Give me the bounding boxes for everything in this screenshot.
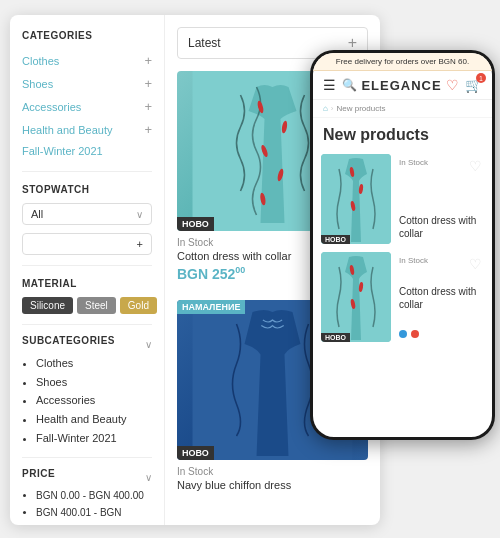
phone-screen: Free delivery for orders over BGN 60. ☰ … — [313, 53, 492, 437]
material-btn-gold[interactable]: Gold — [120, 297, 157, 314]
plus-icon: + — [137, 238, 143, 250]
phone-heart-icon[interactable]: ♡ — [446, 77, 459, 93]
expand-icon: + — [144, 53, 152, 68]
hamburger-icon[interactable]: ☰ — [323, 77, 336, 93]
subcategory-item[interactable]: Accessories — [36, 391, 152, 410]
product-info-2: In Stock Navy blue chiffon dress — [177, 460, 368, 500]
price-list: BGN 0.00 - BGN 400.00 BGN 400.01 - BGN 8… — [22, 487, 152, 525]
material-title: MATERIAL — [22, 278, 152, 289]
phone-top-bar: Free delivery for orders over BGN 60. — [313, 53, 492, 71]
price-chevron: ∨ — [145, 472, 152, 483]
phone-heart-1[interactable]: ♡ — [469, 158, 482, 174]
stopwatch-add-row[interactable]: + — [22, 233, 152, 255]
stopwatch-title: STOPWATCH — [22, 184, 152, 195]
search-icon[interactable]: 🔍 — [342, 78, 357, 92]
sidebar: CATEGORIES Clothes + Shoes + Accessories… — [10, 15, 165, 525]
material-filter-group: Silicone Steel Gold — [22, 297, 152, 314]
phone-svg-1 — [321, 154, 391, 244]
subcategory-item[interactable]: Fall-Winter 2021 — [36, 429, 152, 448]
phone-product-name-1[interactable]: Cotton dress with collar — [399, 214, 484, 240]
price-range-item[interactable]: BGN 400.01 - BGN 800.00 — [36, 504, 152, 525]
price-range-item[interactable]: BGN 0.00 - BGN 400.00 — [36, 487, 152, 504]
divider2 — [22, 265, 152, 266]
color-dot-blue[interactable] — [399, 330, 407, 338]
category-item-health[interactable]: Health and Beauty + — [22, 118, 152, 141]
phone-nav: ☰ 🔍 ELEGANCE ♡ 🛒 1 — [313, 71, 492, 100]
phone-brand: ELEGANCE — [361, 78, 441, 93]
sort-label: Latest — [188, 36, 221, 50]
phone-products-list: НОВО In Stock Cotton dress with collar ♡ — [313, 148, 492, 437]
product-stock-2: In Stock — [177, 466, 368, 477]
subcategories-title: SUBCATEGORIES — [22, 335, 115, 346]
color-dot-pink[interactable] — [411, 330, 419, 338]
divider — [22, 171, 152, 172]
breadcrumb-home-icon[interactable]: ⌂ — [323, 104, 328, 113]
subcategory-item[interactable]: Health and Beauty — [36, 410, 152, 429]
categories-title: CATEGORIES — [22, 30, 152, 41]
divider4 — [22, 457, 152, 458]
phone-cart-icon[interactable]: 🛒 1 — [465, 77, 482, 93]
product-badge-2: НОВО — [177, 446, 214, 460]
subcategory-item[interactable]: Clothes — [36, 354, 152, 373]
product-badge-discount: НАМАЛЕНИЕ — [177, 300, 245, 314]
cart-badge: 1 — [476, 73, 486, 83]
price-title: PRICE — [22, 468, 55, 479]
category-item-accessories[interactable]: Accessories + — [22, 95, 152, 118]
breadcrumb-current: New products — [337, 104, 386, 113]
phone-badge-2: НОВО — [321, 333, 350, 342]
material-btn-silicone[interactable]: Silicone — [22, 297, 73, 314]
product-name-2[interactable]: Navy blue chiffon dress — [177, 479, 368, 491]
breadcrumb-separator: › — [331, 104, 334, 113]
subcategory-list: Clothes Shoes Accessories Health and Bea… — [22, 354, 152, 447]
phone-product-image-1[interactable]: НОВО — [321, 154, 391, 244]
subcategory-item[interactable]: Shoes — [36, 373, 152, 392]
phone-product-card-1: НОВО In Stock Cotton dress with collar ♡ — [321, 154, 484, 244]
phone-color-dots — [399, 330, 484, 338]
product-badge-1: НОВО — [177, 217, 214, 231]
material-btn-steel[interactable]: Steel — [77, 297, 116, 314]
subcategories-chevron: ∨ — [145, 339, 152, 350]
chevron-down-icon: ∨ — [136, 209, 143, 220]
divider3 — [22, 324, 152, 325]
phone-nav-right: ♡ 🛒 1 — [446, 77, 482, 93]
phone-product-name-2[interactable]: Cotton dress with collar — [399, 285, 484, 311]
phone-nav-left: ☰ 🔍 — [323, 77, 357, 93]
expand-icon: + — [144, 99, 152, 114]
stopwatch-dropdown[interactable]: All ∨ — [22, 203, 152, 225]
phone-svg-2 — [321, 252, 391, 342]
category-item-shoes[interactable]: Shoes + — [22, 72, 152, 95]
expand-icon: + — [144, 76, 152, 91]
category-item-fallwinter[interactable]: Fall-Winter 2021 — [22, 141, 152, 161]
phone-breadcrumb: ⌂ › New products — [313, 100, 492, 118]
phone-page-title: New products — [313, 118, 492, 148]
mobile-phone: Free delivery for orders over BGN 60. ☰ … — [310, 50, 495, 440]
phone-badge-1: НОВО — [321, 235, 350, 244]
expand-icon: + — [144, 122, 152, 137]
phone-product-image-2[interactable]: НОВО — [321, 252, 391, 342]
phone-heart-2[interactable]: ♡ — [469, 256, 482, 272]
phone-product-card-2: НОВО In Stock Cotton dress with collar ♡ — [321, 252, 484, 342]
category-item-clothes[interactable]: Clothes + — [22, 49, 152, 72]
